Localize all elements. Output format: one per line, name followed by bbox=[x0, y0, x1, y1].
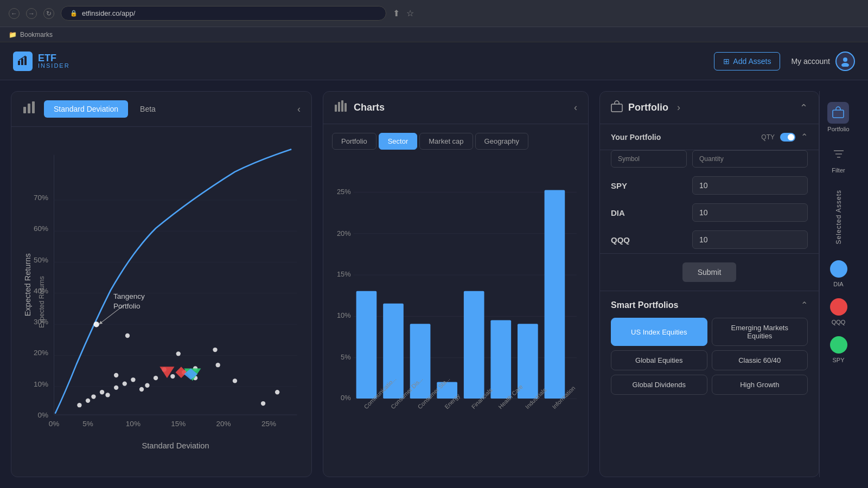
sidebar-portfolio-label: Portfolio bbox=[827, 126, 849, 132]
bookmark-icon[interactable]: ☆ bbox=[406, 8, 414, 18]
smart-portfolios-header: Smart Portfolios ⌃ bbox=[611, 300, 808, 310]
logo: ETF INSIDER bbox=[13, 52, 70, 71]
middle-panel: Charts ‹ Portfolio Sector Market cap Geo… bbox=[323, 91, 589, 477]
svg-text:25%: 25% bbox=[337, 188, 351, 196]
asset-indicator-qqq: QQQ bbox=[830, 298, 847, 325]
logo-text: ETF INSIDER bbox=[38, 53, 70, 69]
scatter-svg: 0% 10% 20% 30% 40% 50% 60% 70% 0% 5% bbox=[20, 136, 303, 468]
svg-point-54 bbox=[125, 333, 130, 338]
asset-symbol-qqq: QQQ bbox=[611, 235, 687, 245]
svg-rect-67 bbox=[341, 100, 343, 112]
asset-dot-spy bbox=[830, 336, 847, 354]
forward-button[interactable]: → bbox=[26, 8, 37, 19]
tab-beta[interactable]: Beta bbox=[130, 100, 165, 118]
svg-point-41 bbox=[114, 373, 118, 377]
svg-text:10%: 10% bbox=[337, 311, 351, 319]
svg-point-34 bbox=[100, 390, 104, 394]
tab-geography[interactable]: Geography bbox=[475, 133, 528, 150]
lock-icon: 🔒 bbox=[70, 10, 78, 17]
symbol-qty-headers: Symbol Quantity bbox=[600, 150, 819, 172]
smart-portfolios-collapse[interactable]: ⌃ bbox=[801, 300, 808, 310]
portfolio-icon bbox=[611, 100, 623, 115]
share-icon[interactable]: ⬆ bbox=[393, 8, 400, 18]
svg-point-42 bbox=[154, 376, 158, 380]
svg-text:10%: 10% bbox=[34, 380, 48, 388]
sidebar-selected-assets-section: Selected Assets bbox=[835, 190, 843, 244]
url-bar[interactable]: 🔒 etfinsider.co/app/ bbox=[61, 6, 386, 21]
svg-point-49 bbox=[216, 363, 220, 367]
add-assets-button[interactable]: ⊞ Add Assets bbox=[714, 52, 780, 70]
avatar bbox=[835, 52, 855, 71]
svg-rect-1 bbox=[21, 59, 23, 65]
svg-point-39 bbox=[139, 387, 144, 391]
svg-point-35 bbox=[105, 393, 110, 397]
sidebar-filter-label: Filter bbox=[832, 167, 845, 174]
svg-rect-6 bbox=[28, 104, 30, 113]
middle-panel-collapse[interactable]: ‹ bbox=[574, 102, 577, 113]
asset-qty-input-dia[interactable] bbox=[692, 203, 808, 222]
portfolio-expand-arrow[interactable]: › bbox=[677, 102, 680, 113]
svg-rect-98 bbox=[833, 110, 844, 118]
selected-assets-label[interactable]: Selected Assets bbox=[835, 190, 843, 244]
header-right: ⊞ Add Assets My account bbox=[714, 52, 855, 71]
charts-tabs-container: Portfolio Sector Market cap Geography bbox=[323, 124, 588, 152]
smart-btn-high-growth[interactable]: High Growth bbox=[712, 375, 808, 395]
smart-btn-us-index[interactable]: US Index Equities bbox=[611, 318, 707, 346]
svg-text:0%: 0% bbox=[49, 420, 60, 428]
svg-text:70%: 70% bbox=[34, 194, 48, 202]
charts-title: Charts bbox=[354, 102, 385, 113]
portfolio-title: Portfolio bbox=[628, 102, 668, 113]
sidebar-filter-icon[interactable] bbox=[828, 143, 850, 165]
svg-point-32 bbox=[86, 399, 90, 403]
app-header: ETF INSIDER ⊞ Add Assets My account bbox=[0, 42, 868, 80]
svg-point-33 bbox=[91, 394, 95, 399]
tab-sector[interactable]: Sector bbox=[379, 133, 418, 150]
smart-btn-classic[interactable]: Classic 60/40 bbox=[712, 350, 808, 370]
svg-point-3 bbox=[843, 57, 847, 62]
sidebar-portfolio-section: Portfolio bbox=[827, 102, 849, 132]
svg-text:Portfolio: Portfolio bbox=[113, 302, 141, 310]
sidebar-portfolio-icon[interactable] bbox=[827, 102, 849, 124]
asset-row-spy: SPY bbox=[600, 172, 819, 199]
back-button[interactable]: ← bbox=[9, 8, 20, 19]
left-panel-collapse[interactable]: ‹ bbox=[297, 104, 301, 115]
asset-symbol-spy: SPY bbox=[611, 181, 687, 190]
smart-btn-emerging[interactable]: Emerging Markets Equities bbox=[712, 318, 808, 346]
my-account[interactable]: My account bbox=[791, 52, 855, 71]
svg-rect-2 bbox=[24, 56, 27, 65]
asset-qty-input-spy[interactable] bbox=[692, 176, 808, 195]
left-panel-header: Standard Deviation Beta ‹ bbox=[11, 92, 311, 127]
svg-point-50 bbox=[233, 378, 237, 383]
portfolio-collapse[interactable]: ⌃ bbox=[800, 102, 808, 114]
charts-icon bbox=[334, 100, 347, 115]
chart-icon bbox=[22, 101, 37, 117]
sidebar-filter-section: Filter bbox=[828, 143, 850, 174]
svg-point-38 bbox=[131, 377, 135, 382]
asset-qty-input-qqq[interactable] bbox=[692, 230, 808, 249]
tab-portfolio[interactable]: Portfolio bbox=[332, 133, 376, 150]
svg-text:20%: 20% bbox=[337, 229, 351, 237]
qty-toggle[interactable] bbox=[780, 133, 795, 142]
asset-indicator-spy: SPY bbox=[830, 336, 847, 363]
tab-market-cap[interactable]: Market cap bbox=[419, 133, 473, 150]
smart-btn-global[interactable]: Global Equities bbox=[611, 350, 707, 370]
svg-text:15%: 15% bbox=[171, 420, 186, 428]
tab-standard-deviation[interactable]: Standard Deviation bbox=[44, 100, 128, 118]
bar-chart-area: 25% 20% 15% 10% 5% 0% bbox=[323, 152, 588, 477]
submit-button[interactable]: Submit bbox=[682, 262, 737, 282]
svg-point-4 bbox=[841, 63, 849, 67]
svg-text:50%: 50% bbox=[34, 256, 48, 264]
refresh-button[interactable]: ↻ bbox=[43, 8, 54, 19]
svg-point-52 bbox=[275, 390, 279, 394]
plus-icon: ⊞ bbox=[723, 57, 730, 66]
smart-btn-dividends[interactable]: Global Dividends bbox=[611, 375, 707, 395]
asset-label-dia: DIA bbox=[833, 281, 843, 287]
my-account-label: My account bbox=[791, 57, 830, 66]
svg-point-51 bbox=[261, 401, 265, 406]
svg-text:25%: 25% bbox=[261, 420, 276, 428]
smart-portfolios-section: Smart Portfolios ⌃ US Index Equities Eme… bbox=[600, 291, 819, 403]
svg-rect-81 bbox=[356, 291, 377, 399]
asset-dot-qqq bbox=[830, 298, 847, 316]
svg-rect-66 bbox=[338, 102, 340, 112]
your-portfolio-collapse[interactable]: ⌃ bbox=[801, 132, 808, 142]
